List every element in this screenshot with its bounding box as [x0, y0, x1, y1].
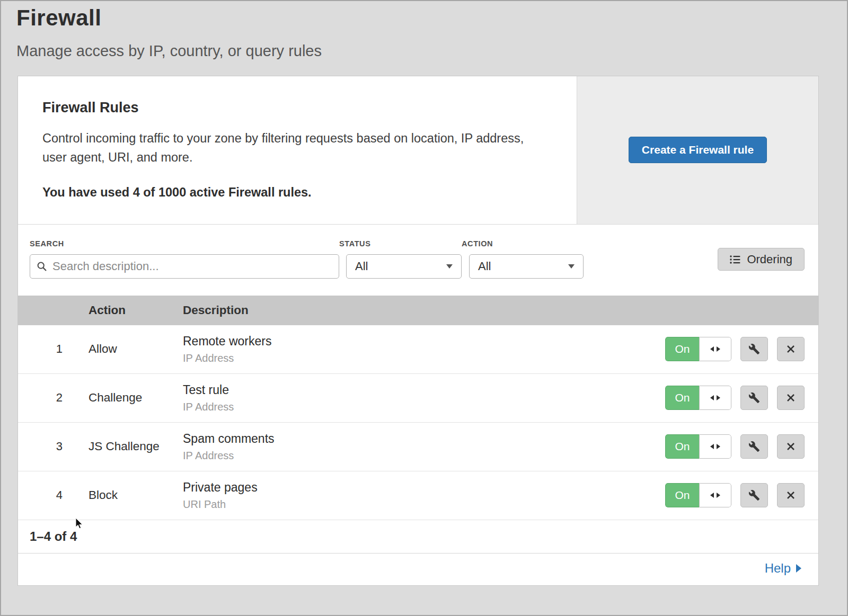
- close-icon: [785, 392, 796, 403]
- rule-action: Allow: [89, 342, 183, 356]
- table-row: 1 Allow Remote workers IP Address On: [18, 325, 818, 374]
- help-link-label: Help: [765, 561, 791, 576]
- rule-action: Challenge: [89, 391, 183, 405]
- rule-enabled-toggle[interactable]: On: [665, 434, 731, 459]
- rule-action: Block: [89, 488, 183, 502]
- edit-rule-button[interactable]: [740, 337, 768, 361]
- chevron-down-icon: [446, 264, 453, 269]
- chevron-down-icon: [568, 264, 575, 269]
- delete-rule-button[interactable]: [777, 386, 805, 410]
- firewall-rules-card: Firewall Rules Control incoming traffic …: [17, 76, 819, 586]
- edit-rule-button[interactable]: [740, 483, 768, 507]
- create-firewall-rule-button[interactable]: Create a Firewall rule: [629, 137, 767, 163]
- close-icon: [785, 344, 796, 354]
- action-filter: ACTION All: [462, 239, 584, 279]
- usage-summary: You have used 4 of 1000 active Firewall …: [42, 185, 545, 200]
- rule-description: Spam comments: [183, 432, 665, 446]
- create-rule-panel: Create a Firewall rule: [577, 76, 818, 224]
- rule-controls: On: [665, 483, 818, 507]
- rule-match-type: URI Path: [183, 498, 665, 511]
- rule-match-type: IP Address: [183, 352, 665, 364]
- filter-bar: SEARCH STATUS All ACTION All Ordering: [18, 225, 818, 296]
- page-title: Firewall: [16, 5, 848, 31]
- toggle-on-label[interactable]: On: [665, 483, 699, 507]
- table-row: 3 JS Challenge Spam comments IP Address …: [18, 423, 818, 471]
- toggle-arrows-icon[interactable]: [699, 337, 731, 361]
- rule-description-cell: Spam comments IP Address: [183, 432, 665, 462]
- firewall-rules-info: Firewall Rules Control incoming traffic …: [18, 76, 577, 224]
- status-label: STATUS: [339, 239, 462, 248]
- action-label: ACTION: [462, 239, 584, 248]
- status-select[interactable]: All: [346, 254, 462, 279]
- edit-rule-button[interactable]: [740, 386, 768, 410]
- rule-priority: 4: [18, 488, 63, 502]
- description-column-header: Description: [183, 303, 818, 317]
- action-column-header: Action: [89, 303, 183, 317]
- wrench-icon: [748, 392, 760, 404]
- toggle-arrows-icon[interactable]: [699, 434, 731, 459]
- ordering-list-icon: [730, 255, 740, 264]
- toggle-arrows-icon[interactable]: [699, 483, 731, 507]
- rule-enabled-toggle[interactable]: On: [665, 386, 731, 410]
- toggle-on-label[interactable]: On: [665, 386, 699, 410]
- action-select[interactable]: All: [469, 254, 584, 279]
- rule-controls: On: [665, 386, 818, 410]
- rule-description-cell: Remote workers IP Address: [183, 334, 665, 364]
- rule-description: Private pages: [183, 480, 665, 495]
- table-row: 4 Block Private pages URI Path On: [18, 471, 818, 520]
- rule-enabled-toggle[interactable]: On: [665, 483, 731, 507]
- delete-rule-button[interactable]: [777, 483, 805, 507]
- rule-match-type: IP Address: [183, 401, 665, 413]
- rule-priority: 3: [18, 440, 63, 453]
- help-link[interactable]: Help: [765, 561, 801, 576]
- rule-enabled-toggle[interactable]: On: [665, 337, 731, 361]
- section-description: Control incoming traffic to your zone by…: [42, 129, 545, 167]
- table-header: Action Description: [18, 296, 818, 325]
- help-arrow-icon: [796, 564, 801, 573]
- wrench-icon: [748, 489, 760, 501]
- toggle-on-label[interactable]: On: [665, 434, 699, 459]
- action-selected-value: All: [478, 260, 491, 273]
- section-heading: Firewall Rules: [42, 100, 545, 116]
- toggle-arrows-icon[interactable]: [699, 386, 731, 410]
- search-icon: [37, 261, 47, 272]
- rule-description: Remote workers: [183, 334, 665, 349]
- page-header: Firewall Manage access by IP, country, o…: [0, 0, 848, 60]
- toggle-on-label[interactable]: On: [665, 337, 699, 361]
- help-footer: Help: [18, 553, 818, 585]
- wrench-icon: [748, 441, 760, 452]
- pagination-summary: 1–4 of 4: [18, 520, 818, 553]
- wrench-icon: [748, 343, 760, 355]
- search-box: [30, 254, 339, 279]
- rule-action: JS Challenge: [89, 440, 183, 453]
- search-label: SEARCH: [30, 239, 339, 248]
- close-icon: [785, 490, 796, 501]
- ordering-button[interactable]: Ordering: [718, 248, 805, 271]
- rule-match-type: IP Address: [183, 450, 665, 462]
- edit-rule-button[interactable]: [740, 434, 768, 459]
- ordering-button-label: Ordering: [747, 253, 792, 266]
- rule-description: Test rule: [183, 383, 665, 397]
- delete-rule-button[interactable]: [777, 337, 805, 361]
- status-selected-value: All: [355, 260, 368, 273]
- rule-description-cell: Test rule IP Address: [183, 383, 665, 413]
- rule-description-cell: Private pages URI Path: [183, 480, 665, 511]
- close-icon: [785, 441, 796, 452]
- search-input[interactable]: [30, 254, 339, 279]
- rule-controls: On: [665, 434, 818, 459]
- status-filter: STATUS All: [339, 239, 462, 279]
- table-row: 2 Challenge Test rule IP Address On: [18, 374, 818, 423]
- firewall-rules-info-section: Firewall Rules Control incoming traffic …: [18, 76, 818, 225]
- page-subtitle: Manage access by IP, country, or query r…: [16, 42, 848, 60]
- rule-priority: 1: [18, 342, 63, 356]
- rule-priority: 2: [18, 391, 63, 405]
- delete-rule-button[interactable]: [777, 434, 805, 459]
- rule-controls: On: [665, 337, 818, 361]
- search-filter: SEARCH: [30, 239, 339, 279]
